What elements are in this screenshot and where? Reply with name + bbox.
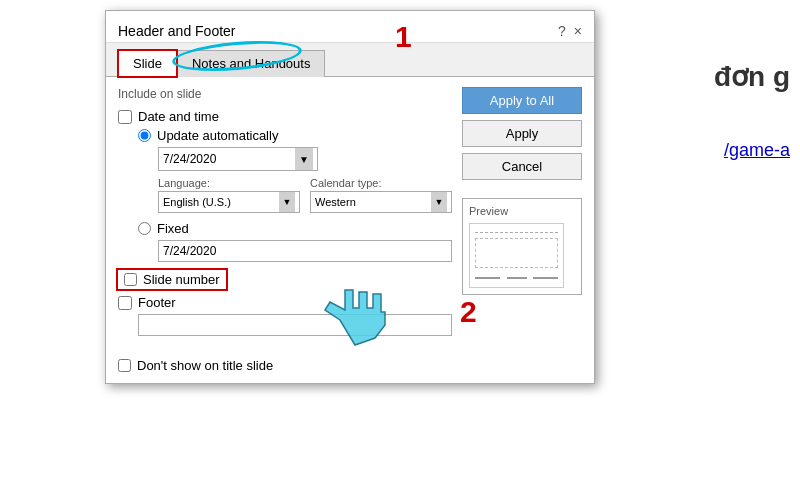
footer-label[interactable]: Footer bbox=[138, 295, 176, 310]
language-value: English (U.S.) bbox=[163, 196, 279, 208]
bg-right-text: đơn g bbox=[714, 60, 790, 93]
slide-number-highlight: Slide number bbox=[118, 270, 226, 289]
update-auto-label[interactable]: Update automatically bbox=[157, 128, 278, 143]
preview-content-area bbox=[475, 238, 558, 268]
preview-dash-right bbox=[533, 277, 558, 279]
preview-footer-area bbox=[475, 277, 558, 279]
title-bar: Header and Footer ? × bbox=[106, 11, 594, 43]
dont-show-row: Don't show on title slide bbox=[118, 358, 582, 373]
update-auto-row: Update automatically bbox=[138, 128, 452, 143]
footer-row: Footer bbox=[118, 295, 452, 310]
footer-input[interactable] bbox=[138, 314, 452, 336]
dialog-footer: Don't show on title slide bbox=[106, 352, 594, 383]
date-value: 7/24/2020 bbox=[163, 152, 295, 166]
title-bar-controls: ? × bbox=[558, 23, 582, 39]
date-dropdown-row: 7/24/2020 ▼ bbox=[158, 147, 452, 171]
fixed-input[interactable] bbox=[158, 240, 452, 262]
fixed-input-row bbox=[158, 240, 452, 262]
date-time-label[interactable]: Date and time bbox=[138, 109, 219, 124]
left-section: Include on slide Date and time Update au… bbox=[118, 87, 452, 342]
calendar-dropdown[interactable]: Western ▼ bbox=[310, 191, 452, 213]
bg-link: /game-a bbox=[724, 140, 790, 161]
language-dropdown-arrow[interactable]: ▼ bbox=[279, 192, 295, 212]
slide-number-label[interactable]: Slide number bbox=[143, 272, 220, 287]
preview-header-line bbox=[475, 232, 558, 233]
language-label: Language: bbox=[158, 177, 300, 189]
preview-slide bbox=[469, 223, 564, 288]
indent-date: Update automatically 7/24/2020 ▼ Languag… bbox=[138, 128, 452, 262]
slide-number-section: Slide number bbox=[118, 270, 452, 289]
tab-notes-handouts[interactable]: Notes and Handouts bbox=[177, 50, 326, 77]
footer-input-row bbox=[138, 314, 452, 336]
close-button[interactable]: × bbox=[574, 23, 582, 39]
date-dropdown[interactable]: 7/24/2020 ▼ bbox=[158, 147, 318, 171]
language-dropdown[interactable]: English (U.S.) ▼ bbox=[158, 191, 300, 213]
dialog-title: Header and Footer bbox=[118, 23, 236, 39]
dont-show-checkbox[interactable] bbox=[118, 359, 131, 372]
date-time-row: Date and time bbox=[118, 109, 452, 124]
dont-show-label[interactable]: Don't show on title slide bbox=[137, 358, 273, 373]
fixed-radio[interactable] bbox=[138, 222, 151, 235]
annotation-2: 2 bbox=[460, 295, 477, 329]
preview-label: Preview bbox=[469, 205, 575, 217]
date-time-checkbox[interactable] bbox=[118, 110, 132, 124]
calendar-dropdown-arrow[interactable]: ▼ bbox=[431, 192, 447, 212]
dialog-body: Include on slide Date and time Update au… bbox=[106, 76, 594, 352]
preview-box: Preview bbox=[462, 198, 582, 295]
fixed-row: Fixed bbox=[138, 221, 452, 236]
language-group: Language: English (U.S.) ▼ bbox=[158, 177, 300, 213]
tab-slide[interactable]: Slide bbox=[118, 50, 177, 77]
calendar-group: Calendar type: Western ▼ bbox=[310, 177, 452, 213]
annotation-1: 1 bbox=[395, 20, 412, 54]
update-auto-radio[interactable] bbox=[138, 129, 151, 142]
calendar-label: Calendar type: bbox=[310, 177, 452, 189]
lang-cal-row: Language: English (U.S.) ▼ Calendar type… bbox=[158, 177, 452, 213]
tabs-container: Slide Notes and Handouts bbox=[106, 43, 594, 76]
cancel-button[interactable]: Cancel bbox=[462, 153, 582, 180]
date-dropdown-arrow[interactable]: ▼ bbox=[295, 148, 313, 170]
fixed-label[interactable]: Fixed bbox=[157, 221, 189, 236]
preview-dash-left bbox=[475, 277, 500, 279]
apply-button[interactable]: Apply bbox=[462, 120, 582, 147]
preview-dash-mid bbox=[507, 277, 527, 279]
slide-number-checkbox[interactable] bbox=[124, 273, 137, 286]
apply-all-button[interactable]: Apply to All bbox=[462, 87, 582, 114]
dialog: Header and Footer ? × Slide Notes and Ha… bbox=[105, 10, 595, 384]
right-section: Apply to All Apply Cancel Preview bbox=[462, 87, 582, 342]
calendar-value: Western bbox=[315, 196, 431, 208]
help-button[interactable]: ? bbox=[558, 23, 566, 39]
footer-checkbox[interactable] bbox=[118, 296, 132, 310]
include-section-title: Include on slide bbox=[118, 87, 452, 101]
